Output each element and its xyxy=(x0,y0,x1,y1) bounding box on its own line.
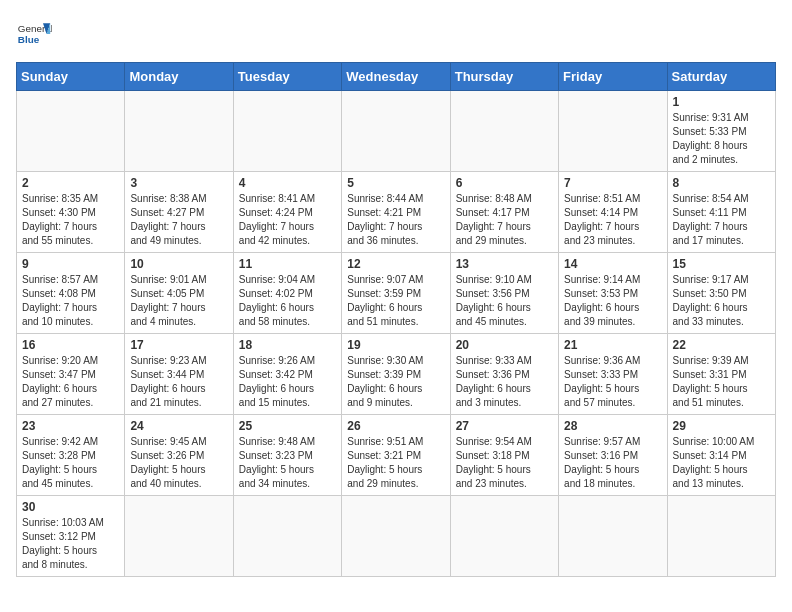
day-info: Sunrise: 9:17 AM Sunset: 3:50 PM Dayligh… xyxy=(673,273,770,329)
calendar-week-row: 9Sunrise: 8:57 AM Sunset: 4:08 PM Daylig… xyxy=(17,253,776,334)
day-info: Sunrise: 8:44 AM Sunset: 4:21 PM Dayligh… xyxy=(347,192,444,248)
weekday-header-friday: Friday xyxy=(559,63,667,91)
day-info: Sunrise: 9:07 AM Sunset: 3:59 PM Dayligh… xyxy=(347,273,444,329)
day-info: Sunrise: 9:04 AM Sunset: 4:02 PM Dayligh… xyxy=(239,273,336,329)
day-info: Sunrise: 9:42 AM Sunset: 3:28 PM Dayligh… xyxy=(22,435,119,491)
day-number: 17 xyxy=(130,338,227,352)
day-number: 15 xyxy=(673,257,770,271)
calendar-day-cell: 12Sunrise: 9:07 AM Sunset: 3:59 PM Dayli… xyxy=(342,253,450,334)
calendar-week-row: 23Sunrise: 9:42 AM Sunset: 3:28 PM Dayli… xyxy=(17,415,776,496)
day-number: 24 xyxy=(130,419,227,433)
calendar-day-cell: 19Sunrise: 9:30 AM Sunset: 3:39 PM Dayli… xyxy=(342,334,450,415)
day-info: Sunrise: 9:14 AM Sunset: 3:53 PM Dayligh… xyxy=(564,273,661,329)
day-number: 11 xyxy=(239,257,336,271)
day-info: Sunrise: 9:45 AM Sunset: 3:26 PM Dayligh… xyxy=(130,435,227,491)
calendar-day-cell: 30Sunrise: 10:03 AM Sunset: 3:12 PM Dayl… xyxy=(17,496,125,577)
generalblue-logo-icon: General Blue xyxy=(16,16,52,52)
calendar-day-cell xyxy=(667,496,775,577)
calendar-day-cell: 22Sunrise: 9:39 AM Sunset: 3:31 PM Dayli… xyxy=(667,334,775,415)
day-number: 5 xyxy=(347,176,444,190)
day-info: Sunrise: 9:23 AM Sunset: 3:44 PM Dayligh… xyxy=(130,354,227,410)
day-info: Sunrise: 8:57 AM Sunset: 4:08 PM Dayligh… xyxy=(22,273,119,329)
day-number: 29 xyxy=(673,419,770,433)
calendar-day-cell: 2Sunrise: 8:35 AM Sunset: 4:30 PM Daylig… xyxy=(17,172,125,253)
day-number: 20 xyxy=(456,338,553,352)
day-info: Sunrise: 9:10 AM Sunset: 3:56 PM Dayligh… xyxy=(456,273,553,329)
calendar-day-cell: 4Sunrise: 8:41 AM Sunset: 4:24 PM Daylig… xyxy=(233,172,341,253)
calendar-day-cell: 14Sunrise: 9:14 AM Sunset: 3:53 PM Dayli… xyxy=(559,253,667,334)
day-info: Sunrise: 8:38 AM Sunset: 4:27 PM Dayligh… xyxy=(130,192,227,248)
calendar-week-row: 1Sunrise: 9:31 AM Sunset: 5:33 PM Daylig… xyxy=(17,91,776,172)
calendar-day-cell xyxy=(17,91,125,172)
day-number: 21 xyxy=(564,338,661,352)
day-number: 23 xyxy=(22,419,119,433)
weekday-header-wednesday: Wednesday xyxy=(342,63,450,91)
svg-text:Blue: Blue xyxy=(18,34,40,45)
day-number: 6 xyxy=(456,176,553,190)
calendar-day-cell xyxy=(559,91,667,172)
day-info: Sunrise: 8:51 AM Sunset: 4:14 PM Dayligh… xyxy=(564,192,661,248)
day-info: Sunrise: 9:54 AM Sunset: 3:18 PM Dayligh… xyxy=(456,435,553,491)
calendar-day-cell: 11Sunrise: 9:04 AM Sunset: 4:02 PM Dayli… xyxy=(233,253,341,334)
day-number: 3 xyxy=(130,176,227,190)
calendar-day-cell: 17Sunrise: 9:23 AM Sunset: 3:44 PM Dayli… xyxy=(125,334,233,415)
day-number: 7 xyxy=(564,176,661,190)
day-number: 13 xyxy=(456,257,553,271)
day-number: 28 xyxy=(564,419,661,433)
calendar-day-cell: 20Sunrise: 9:33 AM Sunset: 3:36 PM Dayli… xyxy=(450,334,558,415)
calendar-day-cell xyxy=(450,496,558,577)
calendar-day-cell xyxy=(125,91,233,172)
calendar-day-cell: 16Sunrise: 9:20 AM Sunset: 3:47 PM Dayli… xyxy=(17,334,125,415)
calendar-day-cell: 25Sunrise: 9:48 AM Sunset: 3:23 PM Dayli… xyxy=(233,415,341,496)
calendar-day-cell: 3Sunrise: 8:38 AM Sunset: 4:27 PM Daylig… xyxy=(125,172,233,253)
calendar-day-cell: 24Sunrise: 9:45 AM Sunset: 3:26 PM Dayli… xyxy=(125,415,233,496)
day-info: Sunrise: 8:41 AM Sunset: 4:24 PM Dayligh… xyxy=(239,192,336,248)
day-info: Sunrise: 9:48 AM Sunset: 3:23 PM Dayligh… xyxy=(239,435,336,491)
day-info: Sunrise: 9:33 AM Sunset: 3:36 PM Dayligh… xyxy=(456,354,553,410)
calendar-day-cell xyxy=(342,496,450,577)
calendar-day-cell xyxy=(233,496,341,577)
calendar-day-cell xyxy=(559,496,667,577)
day-info: Sunrise: 9:26 AM Sunset: 3:42 PM Dayligh… xyxy=(239,354,336,410)
day-number: 12 xyxy=(347,257,444,271)
day-info: Sunrise: 9:39 AM Sunset: 3:31 PM Dayligh… xyxy=(673,354,770,410)
calendar-day-cell: 8Sunrise: 8:54 AM Sunset: 4:11 PM Daylig… xyxy=(667,172,775,253)
day-number: 30 xyxy=(22,500,119,514)
calendar-day-cell xyxy=(450,91,558,172)
day-number: 1 xyxy=(673,95,770,109)
weekday-header-thursday: Thursday xyxy=(450,63,558,91)
day-number: 25 xyxy=(239,419,336,433)
calendar-header: SundayMondayTuesdayWednesdayThursdayFrid… xyxy=(17,63,776,91)
weekday-row: SundayMondayTuesdayWednesdayThursdayFrid… xyxy=(17,63,776,91)
calendar-day-cell: 10Sunrise: 9:01 AM Sunset: 4:05 PM Dayli… xyxy=(125,253,233,334)
calendar-week-row: 2Sunrise: 8:35 AM Sunset: 4:30 PM Daylig… xyxy=(17,172,776,253)
day-number: 18 xyxy=(239,338,336,352)
calendar-day-cell: 13Sunrise: 9:10 AM Sunset: 3:56 PM Dayli… xyxy=(450,253,558,334)
day-info: Sunrise: 9:31 AM Sunset: 5:33 PM Dayligh… xyxy=(673,111,770,167)
day-info: Sunrise: 9:51 AM Sunset: 3:21 PM Dayligh… xyxy=(347,435,444,491)
calendar-day-cell: 18Sunrise: 9:26 AM Sunset: 3:42 PM Dayli… xyxy=(233,334,341,415)
day-number: 9 xyxy=(22,257,119,271)
calendar-day-cell: 5Sunrise: 8:44 AM Sunset: 4:21 PM Daylig… xyxy=(342,172,450,253)
logo: General Blue xyxy=(16,16,52,52)
calendar-day-cell: 29Sunrise: 10:00 AM Sunset: 3:14 PM Dayl… xyxy=(667,415,775,496)
calendar-week-row: 30Sunrise: 10:03 AM Sunset: 3:12 PM Dayl… xyxy=(17,496,776,577)
calendar-day-cell: 26Sunrise: 9:51 AM Sunset: 3:21 PM Dayli… xyxy=(342,415,450,496)
calendar-day-cell: 28Sunrise: 9:57 AM Sunset: 3:16 PM Dayli… xyxy=(559,415,667,496)
calendar-day-cell: 9Sunrise: 8:57 AM Sunset: 4:08 PM Daylig… xyxy=(17,253,125,334)
day-info: Sunrise: 9:36 AM Sunset: 3:33 PM Dayligh… xyxy=(564,354,661,410)
day-number: 26 xyxy=(347,419,444,433)
calendar-day-cell: 15Sunrise: 9:17 AM Sunset: 3:50 PM Dayli… xyxy=(667,253,775,334)
weekday-header-monday: Monday xyxy=(125,63,233,91)
day-number: 8 xyxy=(673,176,770,190)
weekday-header-sunday: Sunday xyxy=(17,63,125,91)
calendar-table: SundayMondayTuesdayWednesdayThursdayFrid… xyxy=(16,62,776,577)
day-number: 22 xyxy=(673,338,770,352)
day-number: 14 xyxy=(564,257,661,271)
calendar-week-row: 16Sunrise: 9:20 AM Sunset: 3:47 PM Dayli… xyxy=(17,334,776,415)
day-number: 2 xyxy=(22,176,119,190)
day-number: 4 xyxy=(239,176,336,190)
calendar-day-cell: 27Sunrise: 9:54 AM Sunset: 3:18 PM Dayli… xyxy=(450,415,558,496)
day-info: Sunrise: 9:20 AM Sunset: 3:47 PM Dayligh… xyxy=(22,354,119,410)
calendar-day-cell: 7Sunrise: 8:51 AM Sunset: 4:14 PM Daylig… xyxy=(559,172,667,253)
